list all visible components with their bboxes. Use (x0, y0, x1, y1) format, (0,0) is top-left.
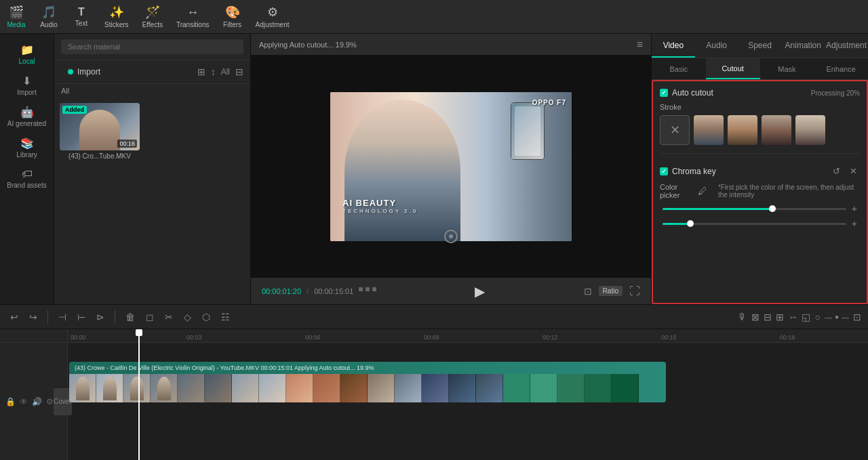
thumb-mini-0 (69, 374, 96, 402)
fit-icon[interactable]: ⊡ (853, 312, 861, 322)
crop-button[interactable]: ◻ (142, 309, 157, 325)
intensity-slider[interactable] (663, 208, 846, 210)
all-filter[interactable]: All (221, 67, 230, 77)
toolbar-text[interactable]: T Text (65, 3, 98, 30)
local-icon: 📁 (20, 43, 34, 56)
ratio-button[interactable]: Ratio (599, 286, 623, 296)
preview-topbar: Applying Auto cutout... 19.9% ≡ (251, 34, 651, 56)
play-button[interactable]: ▶ (475, 283, 485, 299)
filters-icon: 🎨 (225, 5, 240, 20)
swatch-1[interactable] (694, 115, 724, 145)
media-label: Media (7, 21, 25, 28)
swatch-2[interactable] (728, 115, 757, 145)
intensity-slider-row: + (660, 203, 860, 214)
timeline-icon-4[interactable]: ↔ (788, 312, 797, 322)
video-track-label: (43) Crowe - Caitlin De Ville (Electric … (75, 364, 374, 371)
fullscreen-fit-icon[interactable]: ⊡ (584, 286, 592, 297)
track-settings-icon[interactable]: ⚙ (46, 397, 54, 406)
import-button[interactable]: Import (61, 63, 107, 81)
tab-speed[interactable]: Speed (738, 34, 782, 58)
library-label: Library (16, 151, 37, 159)
import-nav-icon: ⬇ (22, 75, 31, 87)
timeline-icon-3[interactable]: ⊞ (776, 312, 784, 322)
transitions-label: Transitions (176, 21, 210, 28)
sidebar-item-import[interactable]: ⬇ Import (0, 70, 54, 100)
timeline-icon-1[interactable]: ⊠ (751, 312, 760, 322)
toolbar-effects[interactable]: 🪄 Effects (136, 2, 170, 31)
sidebar-item-library[interactable]: 📚 Library (0, 133, 54, 163)
slider-plus-2[interactable]: + (852, 218, 857, 229)
shape-button[interactable]: ⬡ (199, 309, 214, 325)
split-right-button[interactable]: ⊢ (74, 309, 89, 325)
tab-video[interactable]: Video (652, 34, 695, 58)
toolbar-media[interactable]: 🎬 Media (0, 2, 33, 31)
slider-plus-1[interactable]: + (852, 203, 857, 214)
split-left-button[interactable]: ⊣ (55, 309, 70, 325)
sidebar-item-brand[interactable]: 🏷 Brand assets (0, 164, 54, 193)
toolbar-stickers[interactable]: ✨ Stickers (98, 2, 136, 31)
preview-menu-icon[interactable]: ≡ (637, 39, 643, 51)
toolbar-audio[interactable]: 🎵 Audio (33, 2, 65, 31)
cut-button[interactable]: ✂ (161, 309, 176, 325)
mic-icon[interactable]: 🎙 (738, 312, 747, 322)
tab-audio[interactable]: Audio (695, 34, 738, 58)
media-panel-header (54, 34, 250, 60)
sidebar-item-local[interactable]: 📁 Local (0, 39, 54, 69)
subtab-enhance[interactable]: Enhance (814, 58, 868, 79)
filter-icon[interactable]: ⊟ (235, 66, 243, 77)
thumb-mini-11 (368, 374, 395, 402)
chroma-key-checkbox[interactable]: ✓ (660, 167, 668, 175)
track-eye-icon[interactable]: 👁 (20, 397, 28, 406)
swatch-none[interactable]: ✕ (660, 115, 690, 145)
video-track[interactable]: (43) Crowe - Caitlin De Ville (Electric … (69, 362, 666, 402)
stroke-swatches: ✕ (660, 115, 860, 145)
delete-button[interactable]: 🗑 (122, 309, 138, 325)
fullscreen-icon[interactable]: ⛶ (629, 285, 640, 297)
swatch-4[interactable] (795, 115, 825, 145)
chroma-delete-button[interactable]: ✕ (847, 165, 860, 177)
chroma-reset-button[interactable]: ↺ (830, 165, 843, 177)
subtab-mask[interactable]: Mask (760, 58, 814, 79)
redo-button[interactable]: ↪ (26, 309, 41, 325)
undo-button[interactable]: ↩ (7, 309, 22, 325)
search-input[interactable] (61, 39, 243, 54)
media-grid: Added 00:16 (43) Cro...Tube.MKV (54, 98, 250, 165)
timeline-main: 00:00 00:03 00:06 00:09 00:12 00:15 00:1… (68, 329, 868, 460)
thumb-mini-2 (123, 374, 151, 402)
timeline-icon-5[interactable]: ◱ (802, 312, 810, 322)
thumb-mini-17 (530, 374, 557, 402)
timeline-area: ↩ ↪ ⊣ ⊢ ⊳ 🗑 ◻ ✂ ◇ ⬡ ☷ 🎙 ⊠ ⊟ ⊞ ↔ ◱ ○ — ● … (0, 304, 868, 460)
sort-icon[interactable]: ↕ (211, 66, 216, 77)
timeline-icon-6[interactable]: ○ (814, 312, 820, 322)
right-subtabs: Basic Cutout Mask Enhance (652, 58, 868, 80)
slider-thumb[interactable] (769, 205, 776, 212)
thumb-mini-9 (313, 374, 340, 402)
playback-controls: ▶ (475, 283, 485, 299)
toolbar-filters[interactable]: 🎨 Filters (216, 2, 249, 31)
track-audio-icon[interactable]: 🔊 (32, 397, 42, 406)
playhead-indicator[interactable] (444, 230, 458, 243)
keyframe-button[interactable]: ◇ (180, 309, 195, 325)
tab-adjustment[interactable]: Adjustment (825, 34, 868, 58)
secondary-slider[interactable] (663, 223, 846, 225)
stroke-label: Stroke (660, 103, 860, 111)
auto-cutout-checkbox[interactable]: ✓ (660, 89, 668, 97)
color-picker-icon[interactable]: 🖊 (698, 186, 707, 196)
slider-thumb-2[interactable] (687, 220, 694, 227)
grid-view-icon[interactable]: ⊞ (197, 66, 205, 77)
toolbar-transitions[interactable]: ↔ Transitions (170, 3, 216, 31)
zoom-control[interactable]: — ● — (825, 313, 849, 321)
subtab-cutout[interactable]: Cutout (706, 58, 760, 79)
swatch-3[interactable] (762, 115, 791, 145)
sidebar-item-ai[interactable]: 🤖 AI generated (0, 102, 54, 131)
grid-button[interactable]: ☷ (218, 309, 233, 325)
split-button[interactable]: ⊳ (93, 309, 108, 325)
list-item[interactable]: Added 00:16 (43) Cro...Tube.MKV (60, 103, 140, 160)
track-lock-icon[interactable]: 🔒 (5, 397, 16, 406)
chroma-key-label: Chroma key (672, 167, 716, 176)
tab-animation[interactable]: Animation (781, 34, 825, 58)
subtab-basic[interactable]: Basic (652, 58, 706, 79)
toolbar-adjustment[interactable]: ⚙ Adjustment (249, 2, 296, 31)
timeline-icon-2[interactable]: ⊟ (764, 312, 772, 322)
timeline-toolbar: ↩ ↪ ⊣ ⊢ ⊳ 🗑 ◻ ✂ ◇ ⬡ ☷ 🎙 ⊠ ⊟ ⊞ ↔ ◱ ○ — ● … (0, 305, 868, 329)
